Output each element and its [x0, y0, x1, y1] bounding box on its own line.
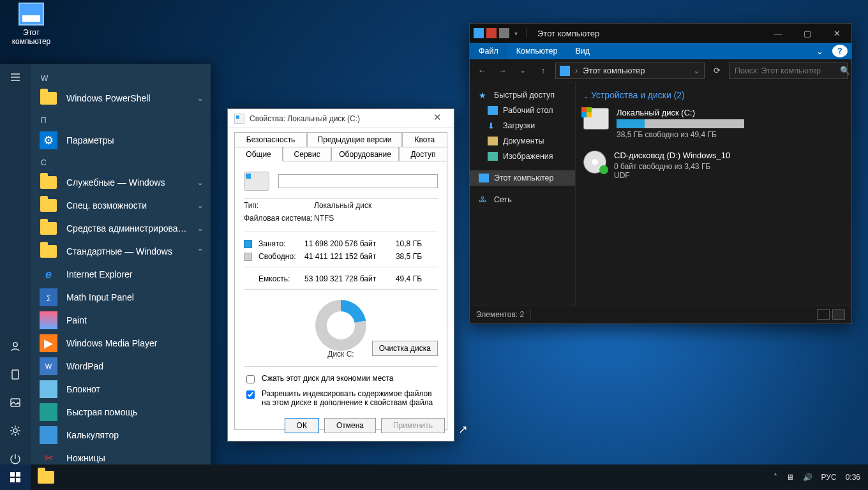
tab-security[interactable]: Безопасность [234, 132, 307, 147]
app-admin[interactable]: Средства администрирования... ⌄ [31, 217, 211, 240]
app-mathinput[interactable]: ∑ Math Input Panel [31, 286, 211, 309]
pc-icon [479, 174, 489, 182]
qat-dropdown[interactable]: ▾ [512, 30, 520, 37]
menu-file[interactable]: Файл [470, 43, 507, 59]
tray-show-hidden-icon[interactable]: ˄ [774, 473, 777, 482]
cancel-button[interactable]: Отмена [324, 418, 376, 433]
up-button[interactable]: ↑ [535, 63, 551, 79]
disk-cleanup-button[interactable]: Очистка диска [372, 341, 438, 356]
tab-general[interactable]: Общие [234, 147, 283, 161]
help-icon[interactable]: ? [832, 45, 848, 57]
drive-d[interactable]: CD-дисковод (D:) Windows_10 0 байт свобо… [578, 148, 849, 189]
view-details-button[interactable] [817, 309, 830, 320]
network-icon[interactable]: 🖥 [786, 473, 794, 482]
recent-dropdown[interactable]: ⌄ [514, 63, 531, 79]
monitor-icon [19, 3, 44, 26]
close-button[interactable]: ✕ [822, 24, 851, 43]
nav-network[interactable]: 🖧 Сеть [470, 192, 575, 207]
ok-button[interactable]: ОК [285, 418, 319, 433]
navigation-pane[interactable]: ★ Быстрый доступ Рабочий стол ⬇ Загрузки… [470, 82, 576, 306]
clock[interactable]: 0:36 [846, 473, 860, 482]
search-icon[interactable]: 🔍 [840, 66, 850, 75]
app-wmp[interactable]: ▶ Windows Media Player [31, 332, 211, 355]
refresh-button[interactable]: ⟳ [708, 63, 725, 79]
nav-downloads[interactable]: ⬇ Загрузки [470, 118, 575, 133]
settings-icon[interactable] [8, 424, 22, 438]
app-ie[interactable]: e Internet Explorer [31, 263, 211, 286]
group-devices-drives[interactable]: ⌄Устройства и диски (2) [578, 87, 849, 105]
content-pane[interactable]: ⌄Устройства и диски (2) Локальный диск (… [576, 82, 851, 306]
user-icon[interactable] [8, 339, 22, 353]
tab-hardware[interactable]: Оборудование [331, 147, 399, 161]
close-button[interactable]: ✕ [424, 112, 450, 126]
nav-pictures[interactable]: Изображения [470, 149, 575, 164]
nav-quick-access[interactable]: ★ Быстрый доступ [470, 87, 575, 103]
new-folder-icon[interactable] [499, 28, 509, 38]
taskbar-explorer[interactable] [31, 464, 61, 490]
nav-documents[interactable]: Документы [470, 133, 575, 149]
start-button[interactable] [0, 464, 31, 490]
nav-this-pc[interactable]: Этот компьютер [470, 170, 575, 186]
app-standard[interactable]: Стандартные — Windows ⌃ [31, 240, 211, 263]
menu-view[interactable]: Вид [566, 43, 599, 59]
apply-button[interactable]: Применить [381, 418, 445, 433]
desktop-icon-this-pc[interactable]: Этот компьютер [9, 3, 54, 46]
minimize-button[interactable]: — [763, 24, 793, 43]
folder-icon [38, 471, 54, 484]
pictures-icon[interactable] [8, 396, 22, 410]
start-rail [0, 64, 31, 472]
documents-icon[interactable] [8, 368, 22, 382]
folder-icon [40, 219, 57, 237]
app-notepad[interactable]: Блокнот [31, 378, 211, 401]
app-sluzhebnye[interactable]: Служебные — Windows ⌄ [31, 171, 211, 194]
app-wordpad[interactable]: W WordPad [31, 355, 211, 378]
app-quickhelp[interactable]: Быстрая помощь [31, 401, 211, 424]
maximize-button[interactable]: ▢ [793, 24, 822, 43]
power-icon[interactable] [8, 452, 22, 466]
view-large-button[interactable] [832, 309, 845, 320]
tab-access[interactable]: Доступ [399, 147, 447, 161]
properties-icon[interactable] [486, 28, 497, 38]
address-dropdown-icon[interactable]: ⌄ [693, 66, 700, 75]
drive-label-input[interactable] [278, 174, 438, 188]
app-calc[interactable]: Калькулятор [31, 424, 211, 447]
nav-desktop[interactable]: Рабочий стол [470, 103, 575, 118]
svg-point-0 [13, 343, 17, 346]
search-input[interactable] [733, 66, 836, 76]
start-app-list[interactable]: W Windows PowerShell ⌄ П ⚙ Параметры С С… [31, 64, 211, 472]
language-indicator[interactable]: РУС [821, 473, 837, 482]
wordpad-icon: W [40, 357, 57, 375]
chevron-up-icon: ⌃ [197, 248, 203, 256]
hamburger-icon[interactable] [8, 70, 22, 84]
app-paint[interactable]: Paint [31, 309, 211, 332]
tab-service[interactable]: Сервис [283, 147, 331, 161]
explorer-window: ▾ Этот компьютер — ▢ ✕ Файл Компьютер Ви… [469, 23, 852, 324]
app-spec[interactable]: Спец. возможности ⌄ [31, 194, 211, 217]
back-button[interactable]: ← [474, 63, 490, 79]
forward-button[interactable]: → [494, 63, 511, 79]
folder-icon [40, 242, 57, 260]
index-option[interactable]: Разрешить индексировать содержимое файло… [244, 387, 438, 409]
pc-icon [474, 28, 484, 38]
properties-dialog: Свойства: Локальный диск (C:) ✕ Безопасн… [227, 108, 454, 442]
menu-computer[interactable]: Компьютер [507, 43, 567, 59]
index-checkbox[interactable] [246, 390, 255, 399]
search-box[interactable]: 🔍 [729, 63, 848, 79]
play-icon: ▶ [40, 334, 57, 352]
general-tab-content: Тип: Локальный диск Файловая система: NT… [234, 161, 447, 430]
breadcrumb[interactable]: Этот компьютер [583, 66, 645, 75]
compress-checkbox[interactable] [246, 375, 255, 383]
tab-quota[interactable]: Квота [402, 132, 447, 147]
compress-option[interactable]: Сжать этот диск для экономии места [244, 372, 438, 387]
explorer-titlebar[interactable]: ▾ Этот компьютер — ▢ ✕ [470, 24, 851, 43]
ribbon-expand-icon[interactable]: ⌄ [811, 43, 828, 59]
tab-prev-versions[interactable]: Предыдущие версии [307, 132, 402, 147]
window-title: Свойства: Локальный диск (C:) [250, 114, 424, 123]
app-parameters[interactable]: ⚙ Параметры [31, 129, 211, 152]
volume-icon[interactable]: 🔊 [803, 473, 812, 482]
label-fs: Файловая система: [244, 214, 314, 223]
app-powershell[interactable]: Windows PowerShell ⌄ [31, 87, 211, 110]
address-bar[interactable]: › Этот компьютер ⌄ [555, 63, 705, 79]
titlebar[interactable]: Свойства: Локальный диск (C:) ✕ [228, 109, 454, 128]
drive-c[interactable]: Локальный диск (C:) 38,5 ГБ свободно из … [578, 105, 849, 148]
